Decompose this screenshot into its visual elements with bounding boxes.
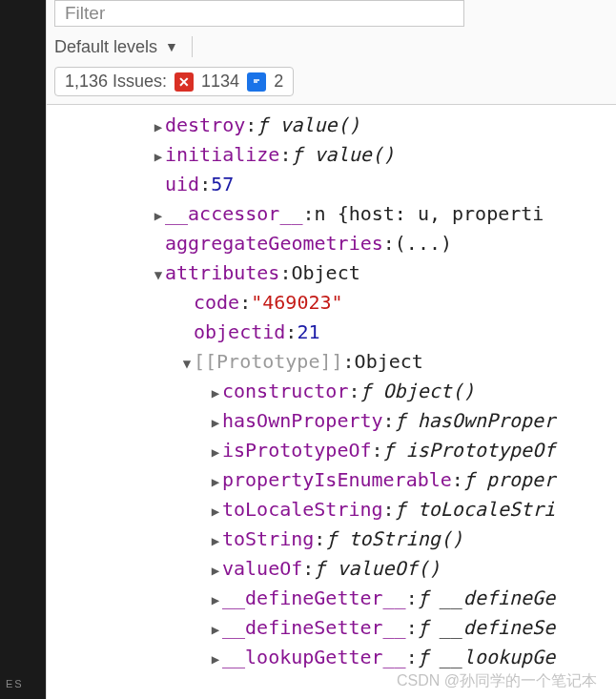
issues-button[interactable]: 1,136 Issues: ✕ 1134 2	[54, 67, 294, 96]
property-key: __defineSetter__	[222, 613, 406, 643]
chevron-down-icon: ▼	[165, 39, 178, 54]
log-levels-dropdown[interactable]: Default levels ▼	[54, 36, 608, 57]
disclosure-open-icon[interactable]: ▼	[152, 265, 165, 286]
console-property-row[interactable]: ▶destroy: ƒ value()	[47, 111, 616, 140]
console-property-row[interactable]: aggregateGeometries: (...)	[47, 229, 616, 258]
colon: :	[406, 643, 418, 672]
property-key: propertyIsEnumerable	[222, 465, 452, 495]
console-property-row[interactable]: ▶hasOwnProperty: ƒ hasOwnProper	[47, 406, 616, 436]
function-value: ƒ isPrototypeOf	[383, 436, 556, 465]
property-key: code	[194, 288, 239, 318]
colon: :	[452, 465, 463, 495]
disclosure-closed-icon[interactable]: ▶	[152, 147, 165, 168]
console-property-row[interactable]: code: "469023"	[47, 288, 616, 318]
colon: :	[314, 524, 325, 554]
console-output[interactable]: ▶destroy: ƒ value()▶initialize: ƒ value(…	[47, 105, 616, 699]
property-key: __accessor__	[165, 199, 303, 229]
watermark-text: CSDN @孙同学的一个笔记本	[397, 669, 597, 693]
console-property-row[interactable]: ▶__defineSetter__: ƒ __defineSe	[47, 613, 616, 643]
property-key: isPrototypeOf	[222, 436, 372, 465]
function-value: ƒ toString()	[325, 524, 463, 554]
info-count: 2	[274, 72, 283, 92]
object-value: (...)	[395, 229, 452, 258]
colon: :	[239, 288, 251, 318]
object-value: n {host: u, properti	[315, 199, 544, 229]
property-key: valueOf	[222, 554, 302, 584]
property-key: initialize	[165, 140, 279, 170]
disclosure-closed-icon[interactable]: ▶	[209, 590, 222, 611]
property-key: objectid	[194, 318, 285, 347]
disclosure-closed-icon[interactable]: ▶	[209, 413, 222, 434]
property-key: [[Prototype]]	[194, 347, 343, 377]
console-property-row[interactable]: ▶initialize: ƒ value()	[47, 140, 616, 170]
disclosure-closed-icon[interactable]: ▶	[209, 561, 222, 582]
disclosure-closed-icon[interactable]: ▶	[209, 620, 222, 641]
colon: :	[372, 436, 383, 465]
console-property-row[interactable]: objectid: 21	[47, 318, 616, 347]
function-value: ƒ toLocaleStri	[395, 495, 556, 524]
function-value: ƒ Object()	[360, 377, 475, 406]
console-property-row[interactable]: ▶toString: ƒ toString()	[47, 524, 616, 554]
property-key: hasOwnProperty	[222, 406, 383, 436]
devtools-console-panel: Filter Default levels ▼ 1,136 Issues: ✕ …	[46, 0, 616, 699]
disclosure-closed-icon[interactable]: ▶	[152, 117, 165, 138]
property-key: toString	[222, 524, 314, 554]
colon: :	[279, 140, 291, 170]
function-value: ƒ value()	[257, 111, 359, 140]
function-value: ƒ __defineGe	[418, 584, 556, 613]
disclosure-closed-icon[interactable]: ▶	[209, 383, 222, 404]
colon: :	[406, 613, 418, 643]
object-value: Object	[355, 347, 423, 377]
disclosure-closed-icon[interactable]: ▶	[209, 442, 222, 463]
info-icon	[247, 72, 266, 92]
console-property-row[interactable]: ▶isPrototypeOf: ƒ isPrototypeOf	[47, 436, 616, 465]
console-property-row[interactable]: ▶__lookupGetter__: ƒ __lookupGe	[47, 643, 616, 672]
string-value: "469023"	[251, 288, 342, 318]
sidebar-label: ES	[6, 678, 24, 689]
disclosure-closed-icon[interactable]: ▶	[209, 502, 222, 523]
disclosure-open-icon[interactable]: ▼	[180, 354, 194, 375]
property-key: __lookupGetter__	[222, 643, 406, 672]
property-key: destroy	[165, 111, 245, 140]
number-value: 21	[297, 318, 319, 347]
property-key: __defineGetter__	[222, 584, 406, 613]
error-count: 1134	[201, 72, 239, 92]
log-levels-label: Default levels	[54, 37, 157, 57]
colon: :	[303, 199, 315, 229]
console-property-row[interactable]: ▶valueOf: ƒ valueOf()	[47, 554, 616, 584]
number-value: 57	[211, 170, 234, 199]
function-value: ƒ hasOwnProper	[395, 406, 556, 436]
function-value: ƒ __defineSe	[418, 613, 556, 643]
colon: :	[348, 377, 359, 406]
colon: :	[343, 347, 355, 377]
colon: :	[245, 111, 257, 140]
console-property-row[interactable]: ▶__defineGetter__: ƒ __defineGe	[47, 584, 616, 613]
console-property-row[interactable]: ▼[[Prototype]]: Object	[47, 347, 616, 377]
error-icon: ✕	[175, 72, 194, 92]
property-key: aggregateGeometries	[165, 229, 383, 258]
property-key: constructor	[222, 377, 348, 406]
function-value: ƒ valueOf()	[314, 554, 440, 584]
disclosure-closed-icon[interactable]: ▶	[209, 649, 222, 670]
function-value: ƒ value()	[291, 140, 394, 170]
console-property-row[interactable]: ▼attributes: Object	[47, 258, 616, 288]
console-property-row[interactable]: ▶propertyIsEnumerable: ƒ proper	[47, 465, 616, 495]
console-property-row[interactable]: ▶toLocaleString: ƒ toLocaleStri	[47, 495, 616, 524]
left-sidebar: ES	[0, 0, 46, 699]
property-key: toLocaleString	[222, 495, 383, 524]
colon: :	[279, 258, 291, 288]
console-property-row[interactable]: ▶__accessor__: n {host: u, properti	[47, 199, 616, 229]
disclosure-closed-icon[interactable]: ▶	[209, 472, 222, 493]
filter-input[interactable]: Filter	[54, 0, 464, 27]
colon: :	[406, 584, 418, 613]
disclosure-closed-icon[interactable]: ▶	[209, 531, 222, 552]
colon: :	[285, 318, 297, 347]
function-value: ƒ proper	[463, 465, 555, 495]
object-value: Object	[291, 258, 359, 288]
console-property-row[interactable]: ▶constructor: ƒ Object()	[47, 377, 616, 406]
disclosure-closed-icon[interactable]: ▶	[152, 206, 165, 227]
console-property-row[interactable]: uid: 57	[47, 170, 616, 199]
function-value: ƒ __lookupGe	[418, 643, 556, 672]
colon: :	[199, 170, 211, 199]
colon: :	[383, 406, 395, 436]
